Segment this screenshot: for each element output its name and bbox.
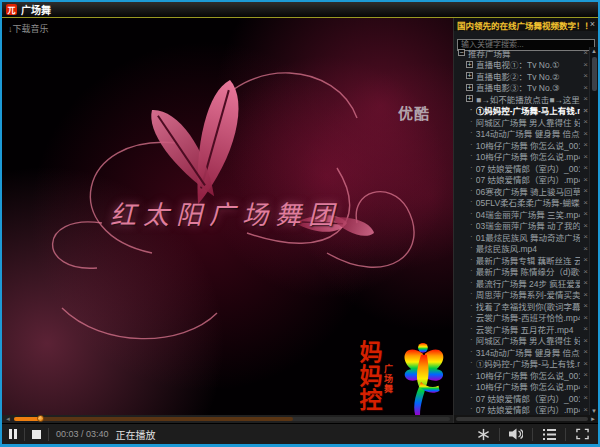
remove-item-icon[interactable]: × <box>583 232 588 241</box>
expand-node-icon[interactable]: + <box>466 72 473 79</box>
remove-item-icon[interactable]: × <box>583 359 588 368</box>
close-panel-icon[interactable]: × <box>590 20 595 29</box>
remove-item-icon[interactable]: × <box>583 244 588 253</box>
scroll-right-icon[interactable]: ► <box>590 416 596 422</box>
expand-node-icon[interactable]: + <box>466 61 473 68</box>
remove-item-icon[interactable]: × <box>583 83 588 92</box>
stop-button[interactable] <box>32 430 41 439</box>
playlist-item[interactable]: ·①妈妈控-广场舞-马上有钱.mp× <box>454 105 589 117</box>
playlist-item[interactable]: ·周思萍广场舞系列-爱情买卖 吉× <box>454 289 589 301</box>
remove-item-icon[interactable]: × <box>583 393 588 402</box>
remove-item-icon[interactable]: × <box>583 290 588 299</box>
playlist-item[interactable]: +直播电影③：Tv No.③× <box>454 82 589 94</box>
remove-item-icon[interactable]: × <box>583 140 588 149</box>
brand-name: 妈妈控 <box>356 340 381 412</box>
bullet-icon: · <box>470 290 473 298</box>
remove-item-icon[interactable]: × <box>583 370 588 379</box>
collapse-node-icon[interactable]: − <box>458 49 465 56</box>
remove-item-icon[interactable]: × <box>583 117 588 126</box>
remove-item-icon[interactable]: × <box>583 313 588 322</box>
window-titlebar[interactable]: 兀 广场舞 <box>2 2 598 17</box>
remove-item-icon[interactable]: × <box>583 48 588 57</box>
playlist-item-label: 10梅仔广场舞 你怎么说.mp4 <box>476 380 581 392</box>
remove-item-icon[interactable]: × <box>583 405 588 414</box>
remove-item-icon[interactable]: × <box>583 278 588 287</box>
playlist-item[interactable]: ·03瑞金丽萍广场舞 动了我的情× <box>454 220 589 232</box>
playlist-item[interactable]: ·10梅仔广场舞 你怎么说.mp4× <box>454 381 589 393</box>
horizontal-scrollbar[interactable]: ► <box>454 415 598 423</box>
fullscreen-button[interactable] <box>573 427 591 442</box>
expand-node-icon[interactable]: + <box>466 95 473 102</box>
remove-item-icon[interactable]: × <box>583 94 588 103</box>
pause-button[interactable] <box>9 429 17 439</box>
remove-item-icon[interactable]: × <box>583 186 588 195</box>
remove-item-icon[interactable]: × <box>583 106 588 115</box>
playlist-item[interactable]: ·06寒夜广场舞 骑上骏马回草原× <box>454 185 589 197</box>
hscrollbar-thumb[interactable] <box>456 417 588 421</box>
playlist-item[interactable]: ·07 姑娘爱情郎（室内）.mp4× <box>454 404 589 416</box>
remove-item-icon[interactable]: × <box>583 221 588 230</box>
video-display[interactable]: ↓下载音乐 优酷 红太阳广场舞团 妈妈控 广场舞 <box>2 18 453 415</box>
download-music-link[interactable]: ↓下载音乐 <box>8 22 49 35</box>
bullet-icon: · <box>470 187 473 195</box>
remove-item-icon[interactable]: × <box>583 175 588 184</box>
bullet-icon: · <box>470 164 473 172</box>
playlist-item[interactable]: ·10梅仔广场舞 你怎么说_001.n× <box>454 139 589 151</box>
settings-button[interactable] <box>474 427 492 442</box>
remove-item-icon[interactable]: × <box>583 152 588 161</box>
remove-item-icon[interactable]: × <box>583 255 588 264</box>
playlist-item[interactable]: ·07 姑娘爱情郎（室内）.mp4× <box>454 174 589 186</box>
remove-item-icon[interactable]: × <box>583 71 588 80</box>
playlist-item[interactable]: +■→如不能播放点击■→这里× <box>454 93 589 105</box>
playlist-toggle-button[interactable] <box>540 427 558 442</box>
playlist-item[interactable]: ·阿城区广场舞 男人靠得住 好弟× <box>454 116 589 128</box>
playlist-item[interactable]: ·最新广场舞 陈情缘分（d)歌词m× <box>454 266 589 278</box>
bullet-icon: · <box>470 152 473 160</box>
playlist-item[interactable]: ·①妈妈控-广场舞-马上有钱.mp× <box>454 358 589 370</box>
remove-item-icon[interactable]: × <box>583 163 588 172</box>
playlist-item[interactable]: ·最流行广场舞 24步 疯狂爱爱爱× <box>454 277 589 289</box>
remove-item-icon[interactable]: × <box>583 347 588 356</box>
playlist-item-label: 06寒夜广场舞 骑上骏马回草原 <box>476 185 581 197</box>
playlist-item[interactable]: ·04瑞金丽萍广场舞 三笑.mp4× <box>454 208 589 220</box>
asterisk-icon <box>477 428 490 441</box>
volume-button[interactable] <box>507 427 525 442</box>
window-title: 广场舞 <box>21 2 51 17</box>
playlist-item[interactable]: ·阿城区广场舞 男人靠得住 好弟× <box>454 335 589 347</box>
playlist-item[interactable]: ·07 姑娘爱情郎（室内）_001.n× <box>454 162 589 174</box>
bullet-icon: · <box>470 394 473 402</box>
playlist-item[interactable]: +直播电影②：Tv No.②× <box>454 70 589 82</box>
collapse-arrow-icon[interactable]: ◄ <box>5 416 11 422</box>
seek-bar[interactable] <box>14 417 450 421</box>
playlist-item[interactable]: +直播电视①：Tv No.①× <box>454 59 589 71</box>
playlist-item[interactable]: ·01最炫民族风 舞动奇迹广场舞× <box>454 231 589 243</box>
scroll-down-icon[interactable]: ▼ <box>591 407 597 415</box>
playlist-item[interactable]: ·最新广场舞专辑 藕断丝连 云裳× <box>454 254 589 266</box>
remove-item-icon[interactable]: × <box>583 267 588 276</box>
expand-node-icon[interactable]: + <box>466 84 473 91</box>
playlist-item[interactable]: ·314动动广场舞 健身舞 倍点错!× <box>454 128 589 140</box>
scrollbar-thumb[interactable] <box>592 57 597 91</box>
remove-item-icon[interactable]: × <box>583 129 588 138</box>
remove-item-icon[interactable]: × <box>583 301 588 310</box>
scroll-up-icon[interactable]: ▲ <box>591 47 597 55</box>
vertical-scrollbar[interactable]: ▲ ▼ <box>589 47 598 415</box>
playlist-item[interactable]: ·07 姑娘爱情郎（室内）_001.n× <box>454 392 589 404</box>
divider <box>24 428 25 441</box>
remove-item-icon[interactable]: × <box>583 198 588 207</box>
bullet-icon: · <box>470 118 473 126</box>
playlist-item[interactable]: ·10梅仔广场舞 你怎么说_001.n× <box>454 369 589 381</box>
remove-item-icon[interactable]: × <box>583 382 588 391</box>
playlist-item[interactable]: ·05FLV柔石柔柔广场舞-蝴蝶姑t× <box>454 197 589 209</box>
remove-item-icon[interactable]: × <box>583 209 588 218</box>
playlist-item[interactable]: ·云裳广场舞 五月花开.mp4× <box>454 323 589 335</box>
playlist-item[interactable]: ·云裳广场舞-西班牙恰恰.mp4× <box>454 312 589 324</box>
playlist-item[interactable]: ·找着了幸福找到你(歌词字幕)卷× <box>454 300 589 312</box>
remove-item-icon[interactable]: × <box>583 336 588 345</box>
playlist-item[interactable]: ·314动动广场舞 健身舞 倍点错!× <box>454 346 589 358</box>
remove-item-icon[interactable]: × <box>583 60 588 69</box>
playlist-item[interactable]: ·10梅仔广场舞 你怎么说.mp4× <box>454 151 589 163</box>
playlist-item[interactable]: ·最炫民族风.mp4× <box>454 243 589 255</box>
remove-item-icon[interactable]: × <box>583 324 588 333</box>
playlist-item[interactable]: −推荐广场舞× <box>454 47 589 59</box>
